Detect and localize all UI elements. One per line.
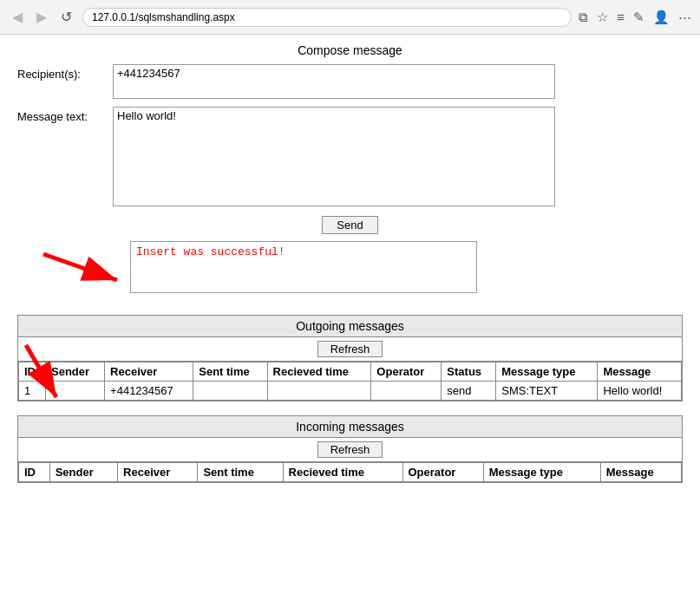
edit-icon: ✎	[633, 10, 644, 25]
user-icon: 👤	[653, 10, 670, 25]
back-button[interactable]: ◀	[9, 7, 26, 27]
table-cell	[193, 382, 267, 401]
status-box: Insert was successful!	[130, 241, 477, 293]
inc-col-sender: Sender	[49, 463, 117, 482]
message-input[interactable]	[113, 107, 555, 206]
recipient-input[interactable]	[113, 64, 555, 99]
arrow-area	[17, 241, 130, 297]
inc-col-sent-time: Sent time	[198, 463, 283, 482]
table-cell: Hello world!	[598, 382, 682, 401]
refresh-button[interactable]: ↺	[57, 7, 75, 27]
forward-button[interactable]: ▶	[33, 7, 50, 27]
menu-icon: ≡	[617, 10, 625, 25]
incoming-refresh-button[interactable]: Refresh	[317, 441, 383, 458]
message-input-wrapper	[113, 107, 555, 209]
address-bar[interactable]	[82, 8, 572, 27]
svg-line-1	[43, 254, 117, 280]
inc-col-receiver: Receiver	[118, 463, 198, 482]
inc-col-message-type: Message type	[483, 463, 600, 482]
outgoing-table-head-row: ID Sender Receiver Sent time Recieved ti…	[19, 362, 682, 382]
page-content: Compose message Recipient(s): Message te…	[0, 35, 700, 506]
incoming-table-section: Incoming messages Refresh ID Sender Rece…	[17, 415, 683, 483]
send-button[interactable]: Send	[322, 216, 377, 234]
message-row: Message text:	[17, 107, 683, 209]
recipient-label: Recipient(s):	[17, 64, 113, 81]
star-icon: ☆	[597, 10, 608, 25]
outgoing-refresh-row: Refresh	[18, 337, 682, 362]
incoming-table-header: Incoming messages	[18, 416, 682, 438]
col-received-time: Recieved time	[267, 362, 371, 382]
status-area: Insert was successful!	[17, 241, 683, 297]
inc-col-operator: Operator	[402, 463, 483, 482]
recipient-row: Recipient(s):	[17, 64, 683, 101]
col-receiver: Receiver	[105, 362, 193, 382]
outgoing-table: ID Sender Receiver Sent time Recieved ti…	[18, 362, 682, 401]
inc-col-message: Message	[600, 463, 681, 482]
col-sent-time: Sent time	[193, 362, 267, 382]
recipient-input-wrapper	[113, 64, 555, 101]
red-arrow-icon	[17, 241, 130, 297]
incoming-table-head-row: ID Sender Receiver Sent time Recieved ti…	[19, 463, 682, 482]
outgoing-refresh-button[interactable]: Refresh	[317, 341, 383, 357]
status-text: Insert was successful!	[136, 245, 285, 258]
send-row: Send	[17, 216, 683, 234]
inc-col-received-time: Recieved time	[283, 463, 402, 482]
col-message-type: Message type	[496, 362, 598, 382]
table-cell: send	[442, 382, 496, 401]
browser-chrome: ◀ ▶ ↺ ⧉ ☆ ≡ ✎ 👤 ⋯	[0, 0, 700, 35]
browser-icons: ⧉ ☆ ≡ ✎ 👤 ⋯	[579, 10, 691, 25]
inc-col-id: ID	[19, 463, 50, 482]
more-icon: ⋯	[678, 10, 691, 25]
table-cell: SMS:TEXT	[496, 382, 598, 401]
outgoing-section: Outgoing messages Refresh ID Sender Rece…	[17, 315, 683, 401]
outgoing-arrow-icon	[9, 341, 78, 410]
outgoing-table-header: Outgoing messages	[18, 316, 682, 337]
table-cell	[267, 382, 371, 401]
tab-icon: ⧉	[579, 10, 588, 25]
outgoing-table-section: Outgoing messages Refresh ID Sender Rece…	[17, 315, 683, 401]
incoming-table: ID Sender Receiver Sent time Recieved ti…	[18, 462, 682, 482]
table-cell: +441234567	[105, 382, 193, 401]
table-row: 1+441234567sendSMS:TEXTHello world!	[19, 382, 682, 401]
compose-title: Compose message	[17, 43, 683, 57]
col-message: Message	[598, 362, 682, 382]
col-status: Status	[442, 362, 496, 382]
table-cell	[371, 382, 442, 401]
compose-section: Compose message Recipient(s): Message te…	[17, 43, 683, 297]
message-label: Message text:	[17, 107, 113, 123]
svg-line-3	[26, 345, 56, 397]
col-operator: Operator	[371, 362, 442, 382]
incoming-refresh-row: Refresh	[18, 438, 682, 462]
